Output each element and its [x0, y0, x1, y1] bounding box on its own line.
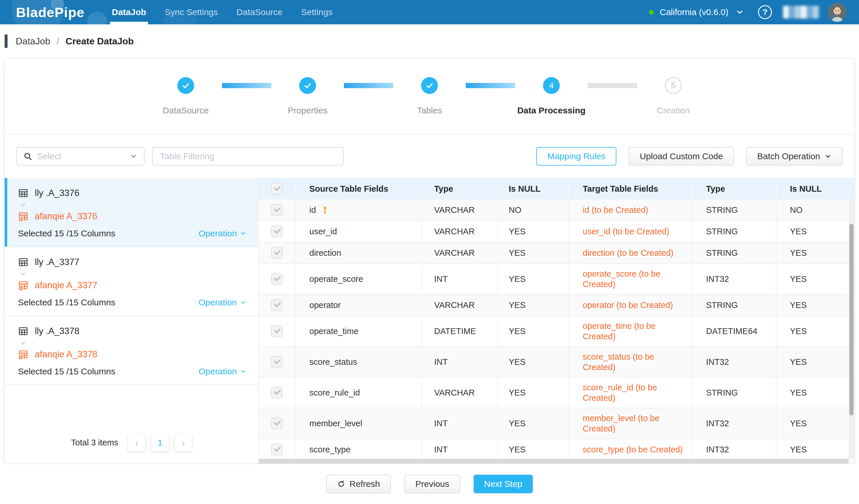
mapping-rules-button[interactable]: Mapping Rules [536, 147, 616, 166]
field-row: id VARCHAR NO id (to be Created) STRING … [259, 200, 854, 221]
target-field-isnull: YES [777, 295, 854, 315]
avatar-illustration [828, 3, 847, 22]
target-field-isnull: YES [777, 378, 854, 408]
chevron-down-icon [240, 230, 247, 237]
nav-tab[interactable]: DataJob [103, 0, 155, 25]
target-field-type: STRING [693, 242, 777, 263]
source-field-type: VARCHAR [422, 295, 498, 315]
table-select-dropdown[interactable]: Select [16, 147, 145, 166]
source-field-type: VARCHAR [422, 242, 498, 263]
source-field-type: INT [422, 347, 498, 377]
step-label: Data Processing [517, 106, 585, 115]
source-field-isnull: YES [498, 264, 569, 294]
target-field-type: DATETIME64 [693, 316, 777, 346]
step-label: Properties [288, 106, 328, 115]
source-field-name: score_rule_id [310, 388, 360, 398]
vertical-scrollbar-thumb[interactable] [849, 224, 854, 415]
target-field-type: STRING [693, 295, 777, 315]
operation-link[interactable]: Operation [198, 229, 247, 238]
step-connector [344, 83, 393, 88]
step-circle: 4 [543, 77, 560, 94]
table-body: id VARCHAR NO id (to be Created) STRING … [259, 200, 854, 463]
upload-custom-code-button[interactable]: Upload Custom Code [629, 147, 734, 166]
pagination-page-1[interactable]: 1 [151, 434, 169, 451]
horizontal-scrollbar[interactable] [259, 459, 848, 463]
next-step-button[interactable]: Next Step [473, 475, 533, 493]
table-filter-input[interactable] [152, 147, 344, 166]
target-field-name: id (to be Created) [569, 200, 693, 220]
operation-link[interactable]: Operation [198, 298, 247, 308]
row-checkbox[interactable] [271, 325, 283, 337]
row-checkbox[interactable] [271, 273, 283, 285]
region-selector[interactable]: California (v0.6.0) [660, 7, 728, 17]
row-checkbox[interactable] [271, 226, 283, 237]
target-field-name: score_status (to be Created) [569, 347, 693, 377]
target-table-name: afanqie A_3378 [35, 349, 97, 360]
nav-right: California (v0.6.0) ? [649, 3, 847, 22]
nav-tab[interactable]: DataSource [227, 0, 292, 25]
table-pair-item[interactable]: lly .A_3377 afanqie A_3377 [5, 247, 258, 316]
row-checkbox[interactable] [271, 418, 283, 429]
operation-link[interactable]: Operation [198, 366, 247, 376]
source-field-isnull: YES [498, 378, 569, 408]
help-icon[interactable]: ? [758, 5, 772, 19]
header-source-type: Type [422, 178, 498, 200]
target-field-type: INT32 [693, 439, 777, 460]
source-field-type: VARCHAR [422, 200, 498, 220]
row-checkbox[interactable] [271, 356, 283, 368]
batch-operation-button[interactable]: Batch Operation [746, 147, 843, 166]
selected-columns-text: Selected 15 /15 Columns [18, 366, 115, 376]
source-field-name: score_status [310, 357, 357, 367]
header-source-fields: Source Table Fields [296, 178, 422, 200]
source-table-icon [18, 326, 28, 336]
target-field-isnull: YES [777, 264, 854, 294]
wizard-step: 4 Data Processing [466, 77, 588, 115]
row-checkbox[interactable] [271, 299, 283, 311]
source-field-type: DATETIME [422, 316, 498, 346]
source-field-name: operate_time [310, 326, 358, 336]
source-field-isnull: YES [498, 347, 569, 377]
row-checkbox[interactable] [271, 444, 283, 455]
target-field-name: score_type (to be Created) [569, 439, 693, 460]
nav-tabs: DataJob Sync Settings DataSource Setting… [103, 0, 342, 25]
breadcrumb-section[interactable]: DataJob [16, 36, 50, 47]
check-icon [425, 81, 434, 90]
target-field-type: INT32 [693, 347, 777, 377]
row-checkbox[interactable] [271, 387, 283, 398]
chevron-down-icon[interactable] [735, 8, 744, 17]
nav-tab[interactable]: Settings [292, 0, 342, 25]
step-label: Creation [657, 106, 690, 115]
refresh-button[interactable]: Refresh [326, 475, 391, 493]
user-avatar[interactable] [828, 3, 847, 22]
username-redacted [783, 6, 819, 18]
check-icon [303, 81, 312, 90]
nav-tab-label: DataSource [237, 7, 282, 17]
search-icon [23, 152, 32, 161]
source-table-icon [18, 188, 28, 198]
source-field-type: INT [422, 264, 498, 294]
target-table-add-icon [18, 280, 28, 290]
nav-tab[interactable]: Sync Settings [155, 0, 227, 25]
source-field-isnull: YES [498, 439, 569, 460]
header-source-isnull: Is NULL [498, 178, 569, 200]
step-circle: 5 [665, 77, 682, 94]
pagination-prev-button[interactable]: ‹ [128, 434, 146, 451]
nav-tab-label: Sync Settings [165, 7, 218, 17]
target-field-isnull: YES [777, 408, 854, 439]
table-pair-item[interactable]: lly .A_3378 afanqie A_3378 [5, 316, 258, 385]
row-checkbox[interactable] [271, 204, 283, 216]
field-row: operate_time DATETIME YES operate_time (… [259, 316, 854, 347]
source-table-icon [18, 257, 28, 267]
source-field-isnull: YES [498, 295, 569, 315]
chevron-down-icon [19, 339, 27, 347]
pagination-next-button[interactable]: › [175, 434, 192, 451]
table-pair-item[interactable]: lly .A_3376 afanqie A_3376 [5, 178, 258, 247]
select-all-checkbox[interactable] [271, 183, 283, 194]
vertical-scrollbar[interactable] [848, 200, 854, 459]
wizard-step: Tables [344, 77, 466, 115]
target-field-isnull: YES [777, 221, 854, 242]
row-checkbox[interactable] [271, 247, 283, 259]
app-logo[interactable]: BladePipe [16, 4, 85, 20]
target-field-isnull: YES [777, 439, 854, 460]
previous-button[interactable]: Previous [404, 475, 460, 493]
